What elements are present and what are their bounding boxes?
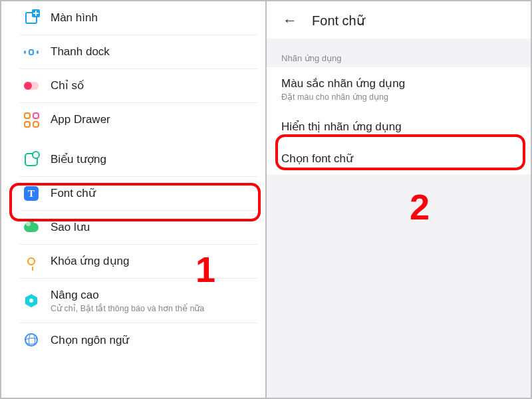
settings-item-label: App Drawer bbox=[51, 112, 110, 126]
settings-item-label: Biểu tượng bbox=[51, 152, 106, 166]
row-title: Hiển thị nhãn ứng dụng bbox=[281, 120, 516, 134]
row-label-color[interactable]: Màu sắc nhãn ứng dụng Đặt màu cho nhãn ứ… bbox=[267, 67, 531, 110]
row-sub: Đặt màu cho nhãn ứng dụng bbox=[281, 92, 516, 102]
settings-item-sub: Cử chỉ, Bật tắt thông báo và hơn thế nữa bbox=[51, 303, 204, 313]
back-icon[interactable]: ← bbox=[283, 12, 297, 29]
cloud-icon bbox=[24, 220, 39, 235]
font-icon: T bbox=[24, 186, 39, 201]
settings-item-dock[interactable]: Thanh dock bbox=[20, 35, 257, 69]
symbol-icon bbox=[24, 152, 39, 167]
row-show-label[interactable]: Hiển thị nhãn ứng dụng bbox=[267, 110, 531, 142]
toggle-icon bbox=[24, 78, 39, 93]
settings-item-app-lock[interactable]: Khóa ứng dụng bbox=[20, 245, 257, 279]
settings-item-label: Chỉ số bbox=[51, 78, 84, 92]
screen-icon bbox=[24, 11, 39, 25]
settings-item-label: Khóa ứng dụng bbox=[51, 254, 129, 268]
settings-item-language[interactable]: Chọn ngôn ngữ bbox=[20, 323, 257, 356]
settings-item-label: Sao lưu bbox=[51, 220, 90, 234]
bulb-icon bbox=[24, 254, 39, 269]
dock-icon bbox=[24, 45, 39, 59]
tutorial-frame: Màn hình Thanh dock Chỉ số App Drawer Bi… bbox=[0, 0, 532, 399]
settings-item-advanced[interactable]: Nâng cao Cử chỉ, Bật tắt thông báo và hơ… bbox=[20, 279, 257, 323]
step-number-2: 2 bbox=[410, 186, 430, 227]
settings-list-screen: Màn hình Thanh dock Chỉ số App Drawer Bi… bbox=[1, 1, 267, 398]
settings-item-label: Chọn ngôn ngữ bbox=[51, 333, 129, 347]
row-title: Màu sắc nhãn ứng dụng bbox=[281, 76, 516, 90]
settings-item-label: Nâng cao bbox=[51, 288, 204, 302]
page-title: Font chữ bbox=[312, 13, 365, 29]
row-choose-font[interactable]: Chọn font chữ bbox=[267, 142, 531, 174]
settings-item-symbol[interactable]: Biểu tượng bbox=[20, 143, 257, 177]
hex-icon bbox=[24, 293, 39, 308]
settings-card: Màu sắc nhãn ứng dụng Đặt màu cho nhãn ứ… bbox=[267, 67, 531, 174]
settings-item-label: Thanh dock bbox=[51, 45, 110, 59]
font-settings-screen: ← Font chữ Nhãn ứng dụng Màu sắc nhãn ứn… bbox=[267, 1, 531, 398]
settings-item-backup[interactable]: Sao lưu bbox=[20, 211, 257, 245]
section-label: Nhãn ứng dụng bbox=[267, 43, 531, 67]
settings-item-label: Màn hình bbox=[51, 11, 98, 25]
settings-item-indicator[interactable]: Chỉ số bbox=[20, 69, 257, 103]
settings-item-font[interactable]: T Font chữ bbox=[20, 177, 257, 211]
screen-body: Nhãn ứng dụng Màu sắc nhãn ứng dụng Đặt … bbox=[267, 39, 531, 398]
screen-header: ← Font chữ bbox=[267, 1, 531, 39]
settings-item-label: Font chữ bbox=[51, 186, 96, 200]
settings-item-screen[interactable]: Màn hình bbox=[20, 1, 257, 35]
apps-icon bbox=[24, 112, 39, 127]
step-number-1: 1 bbox=[196, 249, 215, 290]
row-title: Chọn font chữ bbox=[281, 152, 516, 166]
globe-icon bbox=[24, 332, 39, 347]
settings-item-app-drawer[interactable]: App Drawer bbox=[20, 103, 257, 136]
